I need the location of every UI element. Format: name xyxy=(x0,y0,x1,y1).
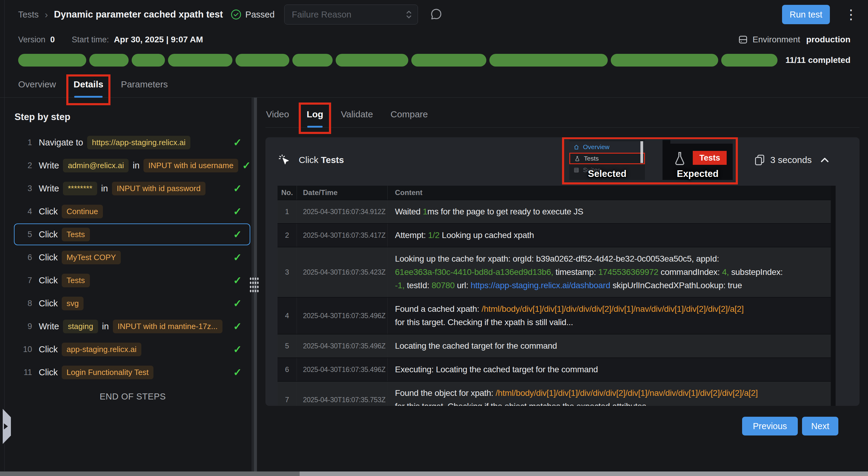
expected-thumbnail[interactable]: Tests Expected xyxy=(662,140,733,180)
log-row-number: 5 xyxy=(278,335,297,358)
page-tabs: OverviewDetailsParameters xyxy=(0,68,868,98)
progress-segment[interactable] xyxy=(236,54,289,67)
log-row-6[interactable]: 62025-04-30T16:07:35.496ZExecuting: Loca… xyxy=(278,358,831,381)
step-row-9[interactable]: 9WritestaginginINPUT with id mantine-17z… xyxy=(14,315,250,337)
progress-segment[interactable] xyxy=(132,54,165,67)
log-row-5[interactable]: 52025-04-30T16:07:35.496ZLocating the ca… xyxy=(278,334,831,358)
target-badge: svg xyxy=(62,297,84,310)
log-row-number: 1 xyxy=(278,200,297,223)
step-progress-bar[interactable] xyxy=(18,54,777,67)
horizontal-scrollbar-track[interactable] xyxy=(0,472,868,476)
breadcrumb[interactable]: Tests xyxy=(18,10,39,20)
flask-icon xyxy=(575,156,580,162)
log-row-3[interactable]: 32025-04-30T16:07:35.423ZLooking up the … xyxy=(278,247,831,297)
tab-details[interactable]: Details xyxy=(73,79,103,97)
panel-splitter[interactable] xyxy=(251,98,257,472)
step-row-7[interactable]: 7ClickTests✓ xyxy=(14,269,250,291)
failure-reason-placeholder: Failure Reason xyxy=(292,10,351,20)
step-text: Click xyxy=(39,252,58,263)
step-row-5[interactable]: 5ClickTests✓ xyxy=(14,224,250,245)
progress-segment[interactable] xyxy=(611,54,718,67)
progress-segment[interactable] xyxy=(89,54,129,67)
step-number: 11 xyxy=(19,368,32,377)
mini-nav-overview-label: Overview xyxy=(583,143,610,150)
copy-icon[interactable] xyxy=(754,154,765,166)
top-header: Tests › Dynamic parameter cached xpath t… xyxy=(0,0,868,29)
tab-compare[interactable]: Compare xyxy=(391,109,428,127)
step-row-6[interactable]: 6ClickMyTest COPY✓ xyxy=(14,246,250,268)
flask-icon xyxy=(673,151,687,167)
progress-segment[interactable] xyxy=(411,54,487,67)
step-number: 4 xyxy=(19,207,32,216)
chevron-up-icon[interactable] xyxy=(820,157,829,163)
step-text: Click xyxy=(39,275,58,285)
steps-panel: Step by step 1Navigate tohttps://app-sta… xyxy=(0,98,251,472)
step-text: in xyxy=(102,321,109,332)
progress-segment[interactable] xyxy=(721,54,777,67)
value-badge: staging xyxy=(63,320,98,333)
duration-group: 3 seconds xyxy=(754,154,829,166)
progress-segment[interactable] xyxy=(336,54,408,67)
mini-scrollbar xyxy=(641,141,643,163)
log-row-content: Found a cached xpath: /html/body/div[1]/… xyxy=(388,298,831,334)
step-row-2[interactable]: 2Writeadmin@relicx.aiinINPUT with id use… xyxy=(14,155,250,176)
run-test-button[interactable]: Run test xyxy=(782,5,830,24)
step-row-8[interactable]: 8Clicksvg✓ xyxy=(14,293,250,314)
target-badge: INPUT with id mantine-17z... xyxy=(113,320,222,333)
tab-video[interactable]: Video xyxy=(266,109,289,127)
click-cursor-icon xyxy=(278,154,291,166)
value-badge: ******** xyxy=(63,182,97,195)
tab-parameters[interactable]: Parameters xyxy=(121,79,168,97)
log-row-2[interactable]: 22025-04-30T16:07:35.417ZAttempt: 1/2 Lo… xyxy=(278,223,831,247)
horizontal-scrollbar-thumb[interactable] xyxy=(300,472,868,476)
log-row-content: Found the object for xpath: /html/body/d… xyxy=(388,382,831,406)
log-row-number: 2 xyxy=(278,224,297,247)
tab-overview[interactable]: Overview xyxy=(18,79,56,97)
kebab-menu-icon[interactable]: ⋮ xyxy=(844,8,852,21)
step-row-3[interactable]: 3Write********inINPUT with id password✓ xyxy=(14,177,250,199)
action-title: Click Tests xyxy=(278,154,344,166)
failure-reason-select[interactable]: Failure Reason xyxy=(284,4,418,25)
target-badge: Tests xyxy=(62,228,90,241)
log-row-timestamp: 2025-04-30T16:07:35.496Z xyxy=(297,298,388,334)
log-row-1[interactable]: 12025-04-30T16:07:34.912ZWaited 1ms for … xyxy=(278,200,831,223)
progress-segment[interactable] xyxy=(168,54,232,67)
splitter-grip-icon[interactable] xyxy=(249,277,259,293)
log-row-4[interactable]: 42025-04-30T16:07:35.496ZFound a cached … xyxy=(278,297,831,334)
step-text: Write xyxy=(39,321,59,332)
status-badge: Passed xyxy=(230,9,275,20)
log-row-7[interactable]: 72025-04-30T16:07:35.753ZFound the objec… xyxy=(278,381,831,406)
environment-icon xyxy=(738,34,748,45)
tab-validate[interactable]: Validate xyxy=(341,109,373,127)
expand-triangle-icon xyxy=(4,423,8,430)
progress-segment[interactable] xyxy=(292,54,333,67)
log-panel: VideoLogValidateCompare Click Tests xyxy=(257,98,868,472)
step-row-1[interactable]: 1Navigate tohttps://app-staging.relicx.a… xyxy=(14,132,250,153)
log-row-timestamp: 2025-04-30T16:07:35.753Z xyxy=(297,382,388,406)
progress-row: 11/11 completed xyxy=(0,50,868,68)
tab-log[interactable]: Log xyxy=(307,109,323,127)
end-of-steps-label: END OF STEPS xyxy=(14,392,251,402)
progress-segment[interactable] xyxy=(489,54,608,67)
step-success-check-icon: ✓ xyxy=(234,182,242,195)
step-success-check-icon: ✓ xyxy=(234,366,242,378)
step-success-check-icon: ✓ xyxy=(242,159,251,171)
step-row-11[interactable]: 11ClickLogin Functionality Test✓ xyxy=(14,362,250,383)
comment-bubble-icon[interactable] xyxy=(430,8,443,21)
step-text: Click xyxy=(39,367,58,377)
step-row-4[interactable]: 4ClickContinue✓ xyxy=(14,201,250,222)
progress-segment[interactable] xyxy=(18,54,86,67)
log-table-scrollbar[interactable] xyxy=(831,186,836,406)
step-row-10[interactable]: 10Clickapp-staging.relicx.ai✓ xyxy=(14,338,250,360)
selected-thumbnail[interactable]: Overview Tests xyxy=(569,140,645,180)
next-button[interactable]: Next xyxy=(802,417,838,436)
environment-value: production xyxy=(806,35,850,44)
house-icon xyxy=(574,144,579,150)
col-header-content: Content xyxy=(388,189,831,197)
previous-button[interactable]: Previous xyxy=(742,417,798,436)
environment-label: Environment xyxy=(753,35,800,44)
step-success-check-icon: ✓ xyxy=(234,297,242,309)
mini-nav-overview: Overview xyxy=(569,141,645,153)
step-nav-buttons: Previous Next xyxy=(266,417,838,436)
step-number: 9 xyxy=(19,322,32,331)
